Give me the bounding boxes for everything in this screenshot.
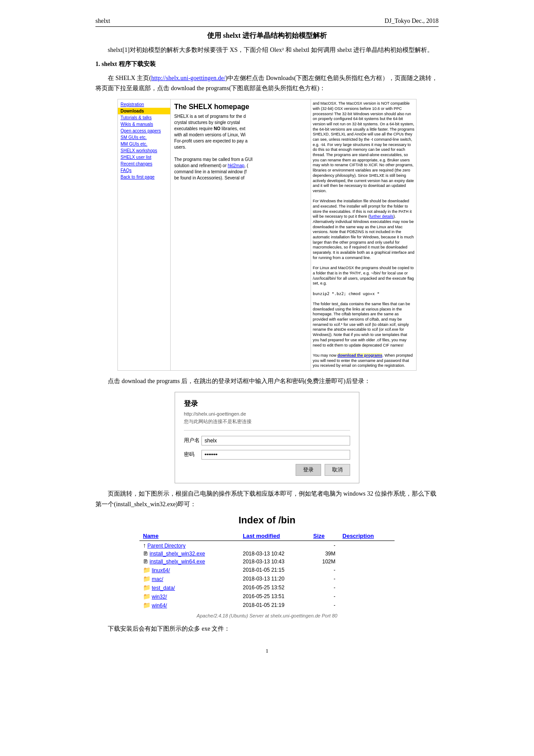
col-size[interactable]: Size [310, 531, 339, 541]
username-row: 用户名 [184, 436, 350, 446]
folder-icon: 📁 [143, 566, 150, 573]
sidebar-wikis[interactable]: Wikis & manuals [118, 121, 170, 128]
folder-icon: 📁 [143, 602, 150, 609]
login-subtitle: http://shelx.uni-goettingen.de [184, 411, 350, 416]
file-size-cell: - [310, 592, 339, 601]
section1-heading: 1. shelxt 程序下载安装 [95, 59, 439, 69]
apache-footer: Apache/2.4.18 (Ubuntu) Server at shelx.u… [139, 613, 395, 618]
file-modified-cell: 2018-03-13 11:20 [239, 574, 310, 583]
folder-icon: 📁 [143, 593, 150, 600]
file-name-cell: 📁win32/ [139, 592, 239, 601]
file-size-cell: - [310, 583, 339, 592]
username-input[interactable] [201, 436, 350, 446]
sidebar-recent[interactable]: Recent changes [118, 161, 170, 167]
file-desc-cell [339, 601, 395, 610]
file-size-cell: 102M [310, 558, 339, 566]
sidebar-faqs[interactable]: FAQs [118, 167, 170, 174]
after-login-para: 页面跳转，如下图所示，根据自己电脑的操作系统下载相应版本即可，例如笔者电脑为 w… [95, 489, 439, 510]
after-download-para: 点击 download the programs 后，在跳出的登录对话框中输入用… [95, 376, 439, 387]
shelx-website-screenshot: Registration Downloads Tutorials & talks… [117, 99, 417, 371]
file-size-cell: 39M [310, 550, 339, 558]
username-label: 用户名 [184, 437, 201, 444]
sidebar-workshops[interactable]: SHELX workshops [118, 147, 170, 154]
file-size-cell: - [310, 601, 339, 610]
file-desc-cell [339, 541, 395, 550]
file-link[interactable]: win32/ [152, 594, 167, 600]
file-name-cell: 🖹install_shelx_win64.exe [139, 558, 239, 566]
exe-icon: 🖹 [143, 559, 148, 565]
file-desc-cell [339, 558, 395, 566]
login-cancel-button[interactable]: 取消 [325, 464, 350, 476]
file-link[interactable]: install_shelx_win32.exe [150, 551, 205, 557]
file-modified-cell: 2018-01-05 21:19 [239, 601, 310, 610]
download-programs-link[interactable]: download the programs [337, 353, 382, 358]
page-number: 1 [95, 647, 439, 654]
password-label: 密码 [184, 451, 201, 458]
shelx-sidebar: Registration Downloads Tutorials & talks… [118, 99, 171, 370]
table-row: 📁test_data/ 2016-05-25 13:52 - [139, 583, 395, 592]
file-modified-cell: 2018-03-13 10:42 [239, 550, 310, 558]
file-desc-cell [339, 592, 395, 601]
sidebar-downloads[interactable]: Downloads [118, 108, 170, 114]
table-row: 📁mac/ 2018-03-13 11:20 - [139, 574, 395, 583]
folder-icon: 📁 [143, 584, 150, 591]
table-row: 📁linux64/ 2018-01-05 21:15 - [139, 566, 395, 574]
file-modified-cell [239, 541, 310, 550]
shelx-right-text: and MacOSX. The MacOSX version is NOT co… [311, 99, 416, 370]
file-desc-cell [339, 583, 395, 592]
index-table: Name Last modified Size Description ↑Par… [139, 531, 395, 610]
parent-dir-link[interactable]: Parent Directory [147, 543, 186, 549]
login-submit-button[interactable]: 登录 [296, 464, 321, 476]
password-input[interactable] [201, 450, 350, 460]
intro-paragraph: shelxt[1]对初始模型的解析大多数时候要强于 XS，下面介绍 Olex² … [95, 45, 439, 55]
sidebar-mm-guis[interactable]: MM GUIs etc. [118, 141, 170, 147]
file-link[interactable]: linux64/ [152, 567, 170, 573]
login-dialog-screenshot: 登录 http://shelx.uni-goettingen.de 您与此网站的… [175, 392, 359, 483]
file-size-cell: - [310, 574, 339, 583]
table-row: 🖹install_shelx_win64.exe 2018-03-13 10:4… [139, 558, 395, 566]
file-desc-cell [339, 550, 395, 558]
col-name[interactable]: Name [139, 531, 239, 541]
file-name-cell: 📁linux64/ [139, 566, 239, 574]
file-link[interactable]: mac/ [152, 576, 163, 582]
file-name-cell: 📁test_data/ [139, 583, 239, 592]
file-link[interactable]: win64/ [152, 603, 167, 609]
login-title: 登录 [184, 399, 350, 409]
file-desc-cell [339, 566, 395, 574]
file-size-cell: - [310, 541, 339, 550]
col-modified[interactable]: Last modified [239, 531, 310, 541]
file-modified-cell: 2018-03-13 10:43 [239, 558, 310, 566]
login-warning: 您与此网站的连接不是私密连接 [184, 418, 350, 425]
table-row: 🖹install_shelx_win32.exe 2018-03-13 10:4… [139, 550, 395, 558]
table-row: 📁win32/ 2016-05-25 13:51 - [139, 592, 395, 601]
sidebar-tutorials[interactable]: Tutorials & talks [118, 114, 170, 121]
parent-icon: ↑ [143, 542, 146, 549]
folder-icon: 📁 [143, 575, 150, 582]
index-title: Index of /bin [139, 515, 395, 526]
shelx-main-text: SHELX is a set of programs for the d cry… [174, 113, 307, 181]
table-row: ↑Parent Directory - [139, 541, 395, 550]
hkl2map-link[interactable]: hkl2map [228, 163, 245, 168]
shelx-screenshot-container: Registration Downloads Tutorials & talks… [95, 99, 439, 371]
file-name-cell: 🖹install_shelx_win32.exe [139, 550, 239, 558]
further-details-link[interactable]: further details [369, 214, 394, 219]
file-name-cell: 📁mac/ [139, 574, 239, 583]
sidebar-registration[interactable]: Registration [118, 101, 170, 108]
file-link[interactable]: test_data/ [152, 585, 175, 591]
col-description[interactable]: Description [339, 531, 395, 541]
shelx-link[interactable]: http://shelx.uni-goettingen.de/ [151, 75, 226, 81]
file-link[interactable]: install_shelx_win64.exe [150, 559, 205, 565]
sidebar-open-access[interactable]: Open access papers [118, 128, 170, 134]
file-name-cell: 📁win64/ [139, 601, 239, 610]
index-section: Index of /bin Name Last modified Size De… [139, 515, 395, 618]
file-modified-cell: 2018-01-05 21:15 [239, 566, 310, 574]
sidebar-user-list[interactable]: SHELX user list [118, 154, 170, 161]
final-para: 下载安装后会有如下图所示的众多 exe 文件： [95, 624, 439, 634]
page-title: 使用 shelxt 进行单晶结构初始模型解析 [95, 31, 439, 40]
file-name-cell: ↑Parent Directory [139, 541, 239, 550]
file-modified-cell: 2016-05-25 13:52 [239, 583, 310, 592]
file-modified-cell: 2016-05-25 13:51 [239, 592, 310, 601]
sidebar-sm-guis[interactable]: SM GUIs etc. [118, 134, 170, 141]
sidebar-back[interactable]: Back to first page [118, 174, 170, 180]
header-right: DJ_Tokyo Dec., 2018 [384, 18, 439, 25]
